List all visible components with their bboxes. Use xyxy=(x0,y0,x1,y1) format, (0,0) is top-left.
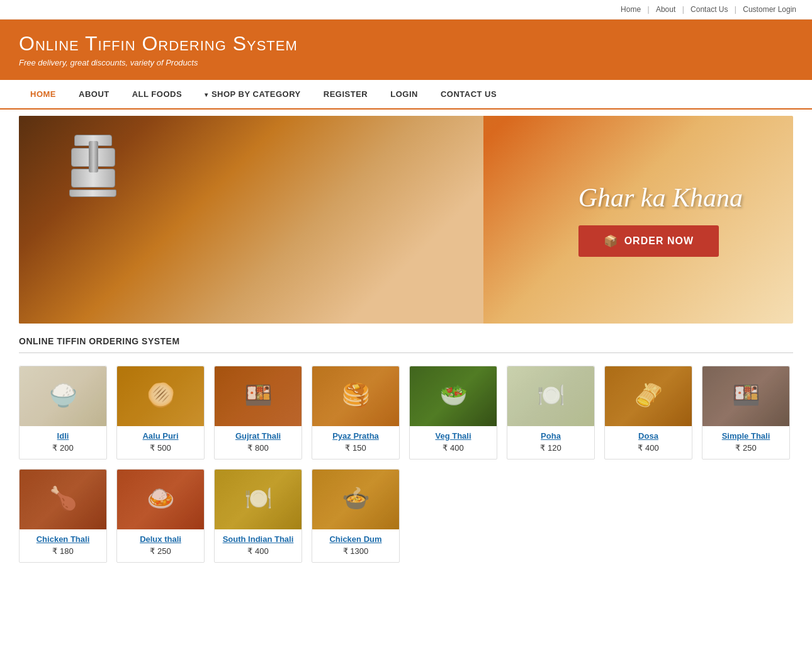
svg-text:🍱: 🍱 xyxy=(244,381,273,409)
food-svg-delux-thali: 🍛 xyxy=(117,470,204,529)
food-image-chicken-thali: 🍗 xyxy=(20,470,106,529)
food-image-pyaz-pratha: 🥞 xyxy=(312,366,399,426)
navbar: HOME ABOUT ALL FOODS ▾ SHOP BY CATEGORY … xyxy=(0,80,812,110)
food-card-chicken-thali: 🍗 Chicken Thali₹ 180 xyxy=(19,469,107,563)
nav-link-home[interactable]: HOME xyxy=(19,80,67,108)
food-card-simple-thali: 🍱 Simple Thali₹ 250 xyxy=(702,366,790,460)
food-card-gujrat-thali: 🍱 Gujrat Thali₹ 800 xyxy=(214,366,302,460)
food-price-chicken-thali: ₹ 180 xyxy=(20,546,106,556)
food-image-south-indian-thali: 🍽️ xyxy=(215,470,302,529)
order-now-button[interactable]: 📦 ORDER NOW xyxy=(578,225,719,257)
food-card-veg-thali: 🥗 Veg Thali₹ 400 xyxy=(409,366,497,460)
food-svg-veg-thali: 🥗 xyxy=(410,366,497,426)
food-name-simple-thali[interactable]: Simple Thali xyxy=(702,431,789,441)
food-name-dosa[interactable]: Dosa xyxy=(605,431,692,441)
sep1: | xyxy=(647,5,649,14)
food-card-chicken-dum: 🍲 Chicken Dum₹ 1300 xyxy=(312,469,400,563)
food-price-simple-thali: ₹ 250 xyxy=(702,443,789,453)
food-svg-chicken-dum: 🍲 xyxy=(312,470,399,529)
order-now-label: ORDER NOW xyxy=(624,235,694,247)
svg-text:🫓: 🫓 xyxy=(147,381,175,409)
nav-link-login[interactable]: LOGIN xyxy=(379,80,429,108)
tagline: Free delivery, great discounts, variety … xyxy=(19,58,793,67)
nav-item-about[interactable]: ABOUT xyxy=(67,80,121,108)
food-image-idli: 🍚 xyxy=(20,366,106,426)
food-name-veg-thali[interactable]: Veg Thali xyxy=(410,431,497,441)
food-image-simple-thali: 🍱 xyxy=(702,366,789,426)
main-section: ONLINE TIFFIN ORDERING SYSTEM 🍚 Idli₹ 20… xyxy=(19,336,793,563)
banner-food-image xyxy=(19,116,483,324)
about-toplink[interactable]: About xyxy=(656,5,675,14)
food-card-dosa: 🫔 Dosa₹ 400 xyxy=(604,366,692,460)
food-card-south-indian-thali: 🍽️ South Indian Thali₹ 400 xyxy=(214,469,302,563)
header: Online Tiffin Ordering System Free deliv… xyxy=(0,20,812,80)
food-card-pyaz-pratha: 🥞 Pyaz Pratha₹ 150 xyxy=(312,366,400,460)
nav-item-contact[interactable]: CONTACT US xyxy=(429,80,508,108)
svg-text:🍽️: 🍽️ xyxy=(244,485,273,512)
food-name-gujrat-thali[interactable]: Gujrat Thali xyxy=(215,431,302,441)
food-image-aalu-puri: 🫓 xyxy=(117,366,204,426)
nav-item-login[interactable]: LOGIN xyxy=(379,80,429,108)
sep2: | xyxy=(682,5,684,14)
food-image-chicken-dum: 🍲 xyxy=(312,470,399,529)
nav-list: HOME ABOUT ALL FOODS ▾ SHOP BY CATEGORY … xyxy=(19,80,793,108)
dropdown-arrow-icon: ▾ xyxy=(205,91,210,98)
food-svg-dosa: 🫔 xyxy=(605,366,692,426)
top-bar: Home | About | Contact Us | Customer Log… xyxy=(0,0,812,20)
food-price-chicken-dum: ₹ 1300 xyxy=(312,546,399,556)
food-price-delux-thali: ₹ 250 xyxy=(117,546,204,556)
food-name-south-indian-thali[interactable]: South Indian Thali xyxy=(215,534,302,544)
food-name-chicken-dum[interactable]: Chicken Dum xyxy=(312,534,399,544)
home-toplink[interactable]: Home xyxy=(621,5,641,14)
food-svg-gujrat-thali: 🍱 xyxy=(215,366,302,426)
food-price-aalu-puri: ₹ 500 xyxy=(117,443,204,453)
nav-link-register[interactable]: REGISTER xyxy=(312,80,379,108)
sep3: | xyxy=(735,5,736,14)
food-name-poha[interactable]: Poha xyxy=(507,431,594,441)
site-title: Online Tiffin Ordering System xyxy=(19,32,793,55)
svg-text:🍲: 🍲 xyxy=(342,485,370,512)
section-title: ONLINE TIFFIN ORDERING SYSTEM xyxy=(19,336,793,353)
food-price-dosa: ₹ 400 xyxy=(605,443,692,453)
svg-text:🥗: 🥗 xyxy=(439,381,468,409)
nav-link-contact[interactable]: CONTACT US xyxy=(429,80,508,108)
food-svg-pyaz-pratha: 🥞 xyxy=(312,366,399,426)
food-svg-idli: 🍚 xyxy=(20,366,106,426)
food-card-aalu-puri: 🫓 Aalu Puri₹ 500 xyxy=(116,366,205,460)
food-svg-poha: 🍽️ xyxy=(507,366,594,426)
food-name-idli[interactable]: Idli xyxy=(20,431,106,441)
food-name-chicken-thali[interactable]: Chicken Thali xyxy=(20,534,106,544)
banner-headline: Ghar ka Khana xyxy=(578,183,743,213)
nav-link-all-foods[interactable]: ALL FOODS xyxy=(121,80,193,108)
nav-item-register[interactable]: REGISTER xyxy=(312,80,379,108)
food-card-poha: 🍽️ Poha₹ 120 xyxy=(507,366,595,460)
food-card-idli: 🍚 Idli₹ 200 xyxy=(19,366,107,460)
order-icon: 📦 xyxy=(604,234,618,248)
svg-text:🍽️: 🍽️ xyxy=(537,381,565,409)
food-svg-aalu-puri: 🫓 xyxy=(117,366,204,426)
food-image-gujrat-thali: 🍱 xyxy=(215,366,302,426)
tiffin-base xyxy=(69,189,116,197)
food-name-pyaz-pratha[interactable]: Pyaz Pratha xyxy=(312,431,399,441)
nav-link-about[interactable]: ABOUT xyxy=(67,80,121,108)
tiffin-handle xyxy=(89,141,98,172)
food-grid: 🍚 Idli₹ 200 🫓 Aalu Puri₹ 500 🍱 Gujrat Th… xyxy=(19,366,793,563)
food-name-aalu-puri[interactable]: Aalu Puri xyxy=(117,431,204,441)
nav-link-shop-category[interactable]: ▾ SHOP BY CATEGORY xyxy=(193,80,312,108)
nav-item-home[interactable]: HOME xyxy=(19,80,67,108)
food-price-poha: ₹ 120 xyxy=(507,443,594,453)
food-image-poha: 🍽️ xyxy=(507,366,594,426)
customer-login-toplink[interactable]: Customer Login xyxy=(743,5,796,14)
food-image-veg-thali: 🥗 xyxy=(410,366,497,426)
food-price-veg-thali: ₹ 400 xyxy=(410,443,497,453)
food-image-delux-thali: 🍛 xyxy=(117,470,204,529)
nav-item-all-foods[interactable]: ALL FOODS xyxy=(121,80,193,108)
nav-item-shop-category[interactable]: ▾ SHOP BY CATEGORY xyxy=(193,80,312,108)
svg-text:🍗: 🍗 xyxy=(49,485,77,512)
contact-toplink[interactable]: Contact Us xyxy=(691,5,728,14)
banner: Ghar ka Khana 📦 ORDER NOW xyxy=(19,116,793,324)
food-name-delux-thali[interactable]: Delux thali xyxy=(117,534,204,544)
svg-text:🍚: 🍚 xyxy=(49,381,77,409)
tiffin-stack xyxy=(69,135,116,197)
food-svg-simple-thali: 🍱 xyxy=(702,366,789,426)
